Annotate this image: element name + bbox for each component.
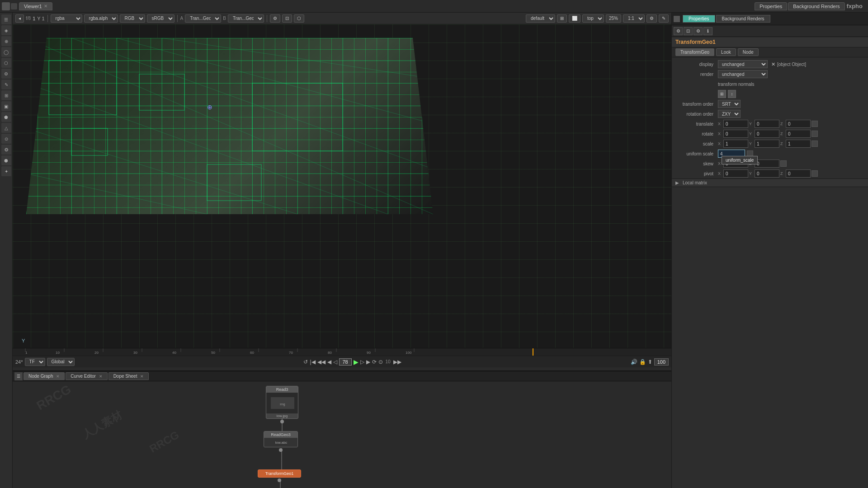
btn-more[interactable]: ✎ (659, 14, 669, 23)
sidebar-icon-5[interactable]: ⬡ (1, 58, 11, 68)
sidebar-icon-9[interactable]: ▣ (1, 101, 11, 111)
btn-skip-fwd[interactable]: ▶▶ (393, 359, 401, 365)
btn-panel-info[interactable]: ℹ (703, 27, 712, 35)
translate-anim-btn[interactable] (811, 121, 818, 127)
sub-tab-transformgeo[interactable]: TransformGeo (675, 48, 714, 56)
rotation-order-select[interactable]: ZXY (718, 110, 741, 118)
alpha-select[interactable]: rgba.alpha (84, 14, 118, 23)
btn-step-back[interactable]: ◁ (333, 359, 337, 365)
node-canvas[interactable]: RRCG 人人素材 RRCG Read3 img (13, 381, 671, 488)
top-select[interactable]: top (582, 14, 604, 23)
transform-icon-1[interactable]: ⊞ (718, 90, 726, 98)
transform-icon-2[interactable]: ↕ (728, 90, 736, 98)
btn-prev-10[interactable]: ◀◀ (317, 359, 326, 365)
btn-export[interactable]: ⬆ (648, 359, 652, 365)
scale-y-input[interactable]: 1 (755, 140, 779, 148)
sidebar-icon-8[interactable]: ⊞ (1, 90, 11, 100)
sidebar-icon-14[interactable]: ⬢ (1, 155, 11, 165)
viewer-area[interactable]: Y ⊕ 16384x16384 bbox: 0 0 16384 16384 ch… (13, 24, 671, 348)
skew-z-input[interactable]: 0 (755, 160, 779, 168)
scale-anim-btn[interactable] (811, 141, 818, 147)
btn-next[interactable]: ▶ (366, 359, 370, 365)
sidebar-icon-1[interactable]: ☰ (1, 14, 11, 24)
sidebar-icon-7[interactable]: ✎ (1, 80, 11, 89)
tab-viewer1[interactable]: Viewer1 ✕ (19, 2, 52, 10)
rotate-z-input[interactable]: 0 (786, 130, 811, 138)
mode-select[interactable]: RGB (120, 14, 145, 23)
pivot-y-input[interactable]: 0 (755, 169, 779, 178)
sidebar-icon-2[interactable]: ◈ (1, 25, 11, 35)
translate-x-input[interactable]: 0 (723, 120, 748, 128)
btn-panel-gear2[interactable]: ⚙ (693, 27, 703, 35)
tab-curve-editor[interactable]: Curve Editor ✕ (66, 372, 107, 380)
pivot-x-input[interactable]: 0 (723, 169, 748, 178)
rotate-x-input[interactable]: 0 (723, 130, 748, 138)
playhead[interactable] (533, 348, 533, 356)
colorspace-select[interactable]: sRGB (147, 14, 175, 23)
transform-order-select[interactable]: SRT (718, 100, 741, 108)
skew-anim-btn[interactable] (780, 160, 787, 167)
sidebar-icon-15[interactable]: ✦ (1, 166, 11, 176)
tab-properties[interactable]: Properties (755, 2, 787, 10)
tab-viewer1-close[interactable]: ✕ (44, 4, 47, 9)
btn-prev[interactable]: ◀ (327, 359, 331, 365)
sidebar-icon-12[interactable]: ⊙ (1, 134, 11, 144)
tf-select[interactable]: TF (25, 358, 45, 366)
node-transformgeo1-out[interactable] (278, 479, 281, 482)
render-select[interactable]: unchanged (718, 70, 768, 78)
sub-tab-look[interactable]: Look (716, 48, 736, 56)
panel-tab-bg-renders[interactable]: Background Renders (716, 15, 770, 23)
channel-select[interactable]: rgba (51, 14, 82, 23)
btn-toolbar-view[interactable]: ⊡ (282, 14, 292, 23)
pivot-z-input[interactable]: 0 (786, 169, 811, 178)
btn-prev-frame[interactable]: ◂ (15, 14, 24, 23)
btn-settings-gear[interactable]: ⚙ (646, 14, 657, 23)
btn-zoom[interactable]: 25% (606, 14, 621, 23)
local-matrix-toggle[interactable]: ▶ (675, 180, 679, 185)
btn-toolbar-3d[interactable]: ⬡ (294, 14, 304, 23)
sidebar-icon-11[interactable]: △ (1, 123, 11, 133)
sidebar-icon-13[interactable]: ❂ (1, 145, 11, 155)
node-readgeo3-out[interactable] (279, 448, 283, 452)
node-b-select[interactable]: Tran...Geo1 (228, 14, 264, 23)
sidebar-icon-6[interactable]: ⚙ (1, 69, 11, 79)
view-select[interactable]: default (526, 14, 555, 23)
current-frame[interactable]: 78 (339, 358, 352, 366)
btn-panel-settings[interactable]: ⚙ (674, 27, 683, 35)
tab-dope-sheet[interactable]: Dope Sheet ✕ (108, 372, 149, 380)
panel-tab-properties[interactable]: Properties (683, 15, 715, 23)
display-select[interactable]: unchanged (718, 60, 768, 68)
scale-x-input[interactable]: 1 (723, 140, 748, 148)
node-transformgeo1[interactable]: TransformGeo1 (258, 469, 301, 482)
display-close[interactable]: ✕ (771, 61, 775, 67)
rotate-anim-btn[interactable] (811, 131, 818, 137)
end-frame[interactable]: 100 (654, 358, 669, 366)
tab-background-renders[interactable]: Background Renders (788, 2, 844, 10)
sidebar-icon-4[interactable]: ◯ (1, 47, 11, 57)
ratio-select[interactable]: 1:1 (623, 14, 645, 23)
node-read3[interactable]: Read3 img low.jpg (266, 386, 298, 423)
scale-z-input[interactable]: 1 (786, 140, 811, 148)
btn-record[interactable]: ⊙ (378, 359, 383, 365)
translate-y-input[interactable]: 0 (755, 120, 779, 128)
pivot-anim-btn[interactable] (811, 170, 818, 177)
btn-step-fwd[interactable]: ▷ (360, 359, 364, 365)
translate-z-input[interactable]: 0 (786, 120, 811, 128)
tab-node-graph[interactable]: Node Graph ✕ (24, 372, 65, 380)
node-read3-out[interactable] (280, 420, 284, 423)
node-a-select[interactable]: Tran...Geo1 (185, 14, 221, 23)
scope-select[interactable]: Global (47, 358, 75, 366)
btn-frame-1[interactable]: |◀ (310, 359, 315, 365)
sidebar-icon-10[interactable]: ⬟ (1, 112, 11, 122)
btn-view-mode2[interactable]: ⬜ (569, 14, 580, 23)
btn-reset[interactable]: ↺ (303, 359, 308, 365)
btn-view-mode[interactable]: ⊞ (557, 14, 567, 23)
btn-audio[interactable]: 🔊 (631, 359, 637, 365)
rotate-y-input[interactable]: 0 (755, 130, 779, 138)
node-readgeo3[interactable]: ReadGeo3 low.abc (264, 431, 298, 452)
btn-loop[interactable]: ⟳ (372, 359, 377, 365)
btn-lock[interactable]: 🔒 (639, 359, 646, 365)
sub-tab-node[interactable]: Node (738, 48, 759, 56)
local-matrix-section[interactable]: ▶ Local matrix (672, 178, 868, 187)
sidebar-icon-3[interactable]: ⊕ (1, 36, 11, 46)
